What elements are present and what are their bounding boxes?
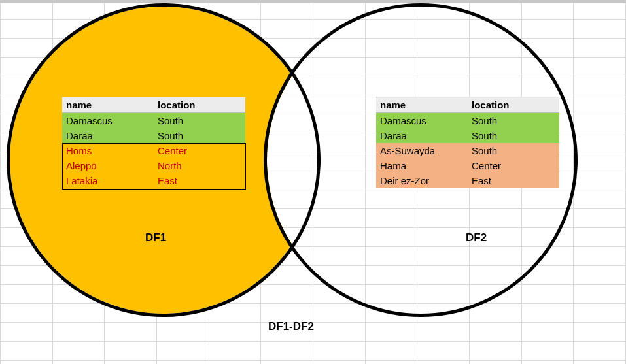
df2-row: Deir ez-ZorEast	[376, 173, 559, 188]
df2-table: name location DamascusSouthDaraaSouthAs-…	[376, 97, 559, 188]
df2-header-name: name	[376, 97, 468, 113]
sheet-top-border	[0, 0, 626, 3]
df2-cell-location: South	[468, 143, 559, 158]
df1-cell-location: South	[154, 113, 245, 129]
df2-row: DaraaSouth	[376, 128, 559, 143]
df2-cell-name: Damascus	[376, 113, 468, 129]
df2-cell-location: South	[468, 128, 559, 143]
df2-cell-name: As-Suwayda	[376, 143, 468, 158]
df1-cell-name: Daraa	[62, 128, 154, 143]
df1-row: LatakiaEast	[62, 173, 245, 188]
df1-row: DamascusSouth	[62, 113, 245, 129]
df1-header-location: location	[154, 97, 245, 113]
diff-label: DF1-DF2	[268, 320, 314, 333]
df2-cell-location: Center	[468, 158, 559, 173]
df2-cell-location: East	[468, 173, 559, 188]
df1-row: DaraaSouth	[62, 128, 245, 143]
df2-label: DF2	[466, 231, 487, 244]
df1-row: HomsCenter	[62, 143, 245, 158]
df1-cell-location: East	[154, 173, 245, 188]
df1-cell-location: North	[154, 158, 245, 173]
df1-cell-name: Latakia	[62, 173, 154, 188]
df1-cell-location: Center	[154, 143, 245, 158]
df2-cell-name: Daraa	[376, 128, 468, 143]
df2-row: As-SuwaydaSouth	[376, 143, 559, 158]
df2-cell-name: Hama	[376, 158, 468, 173]
df1-header-name: name	[62, 97, 154, 113]
df1-label: DF1	[145, 231, 166, 244]
df1-cell-name: Homs	[62, 143, 154, 158]
df2-row: HamaCenter	[376, 158, 559, 173]
df1-table: name location DamascusSouthDaraaSouthHom…	[62, 97, 245, 188]
df2-header-location: location	[468, 97, 559, 113]
df1-cell-name: Aleppo	[62, 158, 154, 173]
df1-cell-name: Damascus	[62, 113, 154, 129]
df1-header-row: name location	[62, 97, 245, 113]
df2-cell-name: Deir ez-Zor	[376, 173, 468, 188]
df1-cell-location: South	[154, 128, 245, 143]
df2-header-row: name location	[376, 97, 559, 113]
df1-row: AleppoNorth	[62, 158, 245, 173]
df2-row: DamascusSouth	[376, 113, 559, 129]
df2-cell-location: South	[468, 113, 559, 129]
